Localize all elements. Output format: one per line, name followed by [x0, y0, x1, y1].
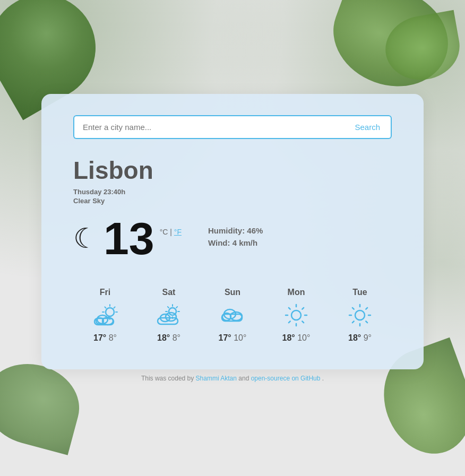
- forecast-icon-tue: [346, 304, 374, 327]
- svg-line-16: [168, 307, 169, 308]
- humidity-stat: Humidity: 46%: [208, 226, 263, 235]
- moon-icon: ☾: [73, 224, 98, 252]
- svg-point-25: [291, 310, 301, 320]
- svg-line-30: [289, 308, 290, 309]
- svg-line-31: [302, 308, 304, 309]
- svg-point-0: [106, 308, 114, 316]
- footer-repo-link[interactable]: open-sourece on GitHub: [251, 375, 321, 382]
- temperature-row: ☾ 13 °C | °F Humidity: 46% Wind: 4 km/h: [73, 215, 392, 261]
- footer: This was coded by Shammi Aktan and open-…: [141, 375, 324, 382]
- forecast-low-fri: 8°: [109, 333, 117, 342]
- celsius-unit: °C: [160, 228, 168, 236]
- forecast-day-sun: Sun 17° 10°: [201, 288, 264, 343]
- fahrenheit-unit[interactable]: °F: [174, 228, 182, 236]
- forecast-low-tue: 9°: [364, 333, 372, 342]
- forecast-temps-tue: 18° 9°: [348, 333, 372, 343]
- svg-point-20: [166, 313, 176, 321]
- svg-line-42: [366, 321, 367, 323]
- forecast-high-mon: 18°: [282, 333, 295, 342]
- footer-text-middle: and: [238, 375, 251, 382]
- svg-line-5: [105, 307, 106, 308]
- svg-line-41: [352, 321, 354, 323]
- search-input[interactable]: [73, 115, 344, 139]
- forecast-high-sat: 18°: [157, 333, 170, 342]
- forecast-day-sat: Sat 18° 8°: [137, 288, 201, 343]
- svg-line-32: [289, 321, 290, 323]
- forecast-low-sun: 10°: [234, 333, 246, 342]
- forecast-icon-fri: [91, 304, 119, 327]
- temperature-value: 13: [104, 215, 154, 261]
- forecast-temps-sun: 17° 10°: [219, 333, 247, 343]
- forecast-low-mon: 10°: [297, 333, 310, 342]
- svg-line-40: [366, 308, 367, 309]
- forecast-icon-mon: [282, 304, 311, 327]
- search-row: Search: [73, 115, 392, 139]
- svg-point-34: [355, 310, 365, 320]
- forecast-low-sat: 8°: [173, 333, 180, 342]
- wind-stat: Wind: 4 km/h: [208, 238, 263, 247]
- forecast-row: Fri 17°: [73, 288, 392, 343]
- svg-line-17: [176, 307, 177, 308]
- forecast-high-tue: 18°: [348, 333, 361, 342]
- city-name: Lisbon: [73, 156, 392, 185]
- weather-card: Search Lisbon Thusday 23:40h Clear Sky ☾…: [41, 94, 424, 369]
- svg-line-6: [114, 307, 115, 308]
- forecast-temps-mon: 18° 10°: [282, 333, 311, 343]
- forecast-day-label-fri: Fri: [100, 288, 110, 297]
- forecast-icon-sun: [218, 304, 247, 327]
- footer-text-after: .: [322, 375, 324, 382]
- svg-line-39: [352, 308, 354, 309]
- forecast-day-label-sun: Sun: [225, 288, 240, 297]
- unit-separator: |: [170, 228, 174, 236]
- forecast-day-tue: Tue 18° 9°: [328, 288, 392, 343]
- temperature-units: °C | °F: [160, 227, 182, 238]
- forecast-temps-sat: 18° 8°: [157, 333, 180, 343]
- forecast-day-label-tue: Tue: [352, 288, 367, 297]
- forecast-high-fri: 17°: [93, 333, 106, 342]
- footer-text-before: This was coded by: [141, 375, 196, 382]
- forecast-day-fri: Fri 17°: [73, 288, 137, 343]
- date-time: Thusday 23:40h: [73, 188, 392, 196]
- forecast-high-sun: 17°: [219, 333, 231, 342]
- forecast-day-mon: Mon 18° 10°: [264, 288, 328, 343]
- forecast-day-label-mon: Mon: [288, 288, 305, 297]
- weather-description: Clear Sky: [73, 197, 392, 205]
- footer-author-link[interactable]: Shammi Aktan: [196, 375, 237, 382]
- forecast-day-label-sat: Sat: [162, 288, 176, 297]
- search-button[interactable]: Search: [344, 115, 392, 139]
- weather-stats: Humidity: 46% Wind: 4 km/h: [208, 226, 263, 250]
- forecast-icon-sat: [154, 304, 183, 327]
- svg-line-33: [302, 321, 304, 323]
- forecast-temps-fri: 17° 8°: [93, 333, 117, 343]
